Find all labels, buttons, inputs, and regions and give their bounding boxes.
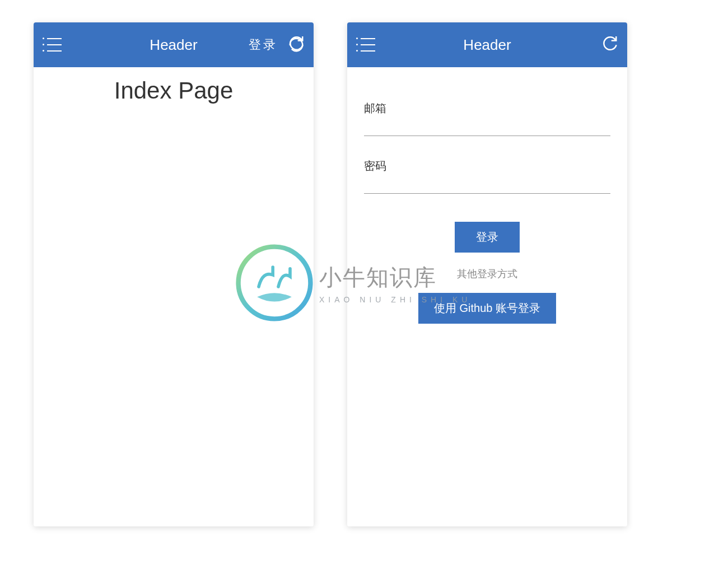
field-email: 邮箱	[364, 101, 610, 136]
content-right: 邮箱 密码 登录 其他登录方式 使用 Github 账号登录	[347, 67, 627, 526]
page-title: Index Page	[34, 77, 314, 104]
phone-frame-right: Header 邮箱 密码	[347, 22, 627, 526]
login-button[interactable]: 登录	[455, 222, 520, 253]
email-input[interactable]	[364, 122, 610, 136]
refresh-icon[interactable]	[601, 36, 618, 53]
menu-icon[interactable]	[43, 37, 62, 53]
login-link[interactable]: 登录	[249, 36, 278, 53]
password-label: 密码	[364, 158, 610, 174]
password-input[interactable]	[364, 179, 610, 194]
email-label: 邮箱	[364, 101, 610, 116]
phone-frame-left: Header 登录 Index Page	[34, 22, 314, 526]
menu-icon[interactable]	[356, 37, 375, 53]
content-left: Index Page	[34, 67, 314, 526]
other-login-text: 其他登录方式	[364, 267, 610, 281]
header-title-left: Header	[150, 36, 197, 54]
header-title-right: Header	[463, 36, 511, 54]
topbar-right: Header	[347, 22, 627, 67]
button-area: 登录 其他登录方式 使用 Github 账号登录	[364, 222, 610, 324]
github-login-button[interactable]: 使用 Github 账号登录	[418, 293, 556, 324]
field-password: 密码	[364, 158, 610, 194]
refresh-icon[interactable]	[288, 36, 305, 53]
login-form: 邮箱 密码 登录 其他登录方式 使用 Github 账号登录	[347, 67, 627, 324]
topbar-left: Header 登录	[34, 22, 314, 67]
